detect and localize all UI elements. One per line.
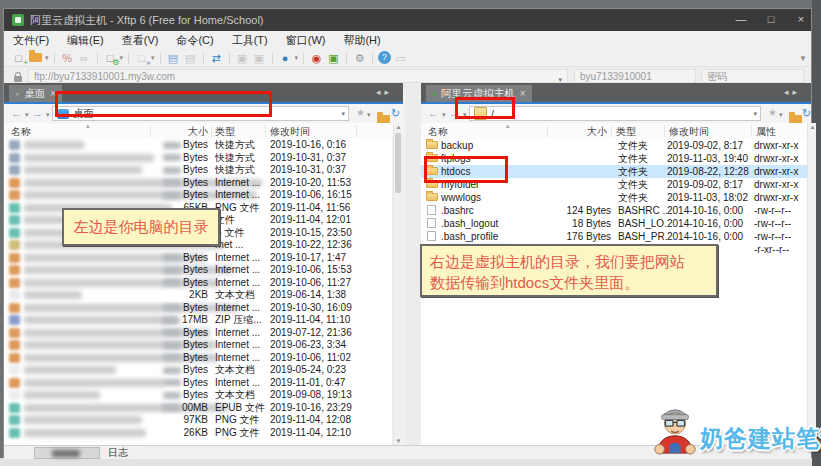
file-row[interactable]: BytesInternet ...2019-06-23, 3:34 <box>4 339 392 352</box>
file-row[interactable]: 00MBEPUB 文件2019-10-16, 23:29 <box>4 402 392 415</box>
file-row[interactable]: BytesInternet ...2019-10-06, 16:15 <box>4 189 392 202</box>
new-session-icon[interactable]: □+ <box>11 51 26 65</box>
maximize-button[interactable]: □ <box>757 9 785 30</box>
file-row[interactable]: BytesInternet ...2019-10-20, 11:53 <box>4 177 392 190</box>
right-favorites-dropdown-icon[interactable]: ▾ <box>779 111 783 119</box>
toolbar-separator <box>160 52 161 64</box>
right-path-dropdown-icon[interactable]: ▾ <box>753 110 757 118</box>
right-back-icon[interactable]: ← <box>428 107 439 119</box>
file-row[interactable]: Bytes快捷方式2019-10-16, 0:16 <box>4 139 392 152</box>
file-row[interactable]: BytesInternet ...2019-10-17, 1:47 <box>4 252 392 265</box>
file-row[interactable]: 17MBZIP 压缩...2019-11-04, 11:10 <box>4 314 392 327</box>
file-row[interactable]: BytesInternet ...2019-10-06, 11:02 <box>4 352 392 365</box>
menu-item-3[interactable]: 命令(C) <box>167 33 222 48</box>
left-back-dropdown-icon[interactable]: ▾ <box>25 111 29 119</box>
globe-icon-dropdown[interactable]: ▾ <box>295 54 299 62</box>
left-back-icon[interactable]: ← <box>11 107 22 119</box>
left-scrollbar[interactable]: ▲ ▼ <box>393 123 402 445</box>
paste-icon[interactable]: ▣ <box>252 51 267 65</box>
left-path-dropdown-icon[interactable]: ▾ <box>341 110 345 118</box>
left-forward-icon[interactable]: → <box>32 107 43 119</box>
file-row[interactable]: BytesInternet ...2019-11-01, 0:47 <box>4 377 392 390</box>
file-row[interactable]: BytesInternet ...2019-10-06, 15:53 <box>4 264 392 277</box>
left-forward-dropdown-icon[interactable]: ▾ <box>46 111 50 119</box>
scroll-up-icon[interactable]: ▲ <box>394 124 403 130</box>
right-col-name[interactable]: 名称 <box>428 125 448 139</box>
menu-item-1[interactable]: 编辑(E) <box>58 33 113 48</box>
right-col-attr[interactable]: 属性 <box>756 125 776 139</box>
right-favorites-icon[interactable]: ★ <box>768 107 777 118</box>
right-scrollbar[interactable]: ▲ ▼ <box>807 123 816 445</box>
annotation-note-left: 左边是你电脑的目录 <box>62 208 220 246</box>
right-col-type[interactable]: 类型 <box>616 125 636 139</box>
file-row[interactable]: .bash_profile176 BytesBASH_PR...2014-10-… <box>421 230 807 243</box>
transfer-disabled-icon[interactable]: ▤ <box>183 51 198 65</box>
right-back-dropdown-icon[interactable]: ▾ <box>442 111 446 119</box>
left-col-type[interactable]: 类型 <box>215 125 235 139</box>
session-properties-icon[interactable]: □⚙ <box>103 51 118 65</box>
file-row[interactable]: .bash_logout18 BytesBASH_LO...2014-10-16… <box>421 217 807 230</box>
xshell-icon[interactable]: ◉ <box>309 51 324 65</box>
toolbar-separator <box>128 52 129 64</box>
sync-browsing-icon[interactable]: ⇄ <box>209 51 224 65</box>
file-row[interactable]: Bytes文本文档2019-05-24, 0:23 <box>4 364 392 377</box>
file-date: 2019-10-15, 23:50 <box>270 227 370 240</box>
new-transfer-icon[interactable]: ▤ <box>166 51 181 65</box>
left-refresh-icon[interactable]: ↻ <box>391 107 400 120</box>
host-dropdown-icon[interactable]: ▾ <box>558 73 562 83</box>
disconnect-icon[interactable]: % <box>60 51 75 65</box>
file-row[interactable]: 2KB文本文档2019-06-14, 1:38 <box>4 289 392 302</box>
reconnect-icon[interactable]: ∞ <box>77 51 92 65</box>
file-row[interactable]: BytesInternet ...2019-10-06, 11:27 <box>4 277 392 290</box>
toolbar-overflow-icon[interactable]: ▼ <box>799 54 807 63</box>
username-input[interactable]: byu7133910001 <box>574 69 696 83</box>
file-row[interactable]: BytesInternet ...2019-10-30, 16:09 <box>4 302 392 315</box>
globe-icon[interactable]: ● <box>278 51 293 65</box>
file-row[interactable]: Bytes文本文档2019-09-08, 19:13 <box>4 389 392 402</box>
settings-gear-icon[interactable]: ⚙ <box>352 51 367 65</box>
menu-item-4[interactable]: 工具(T) <box>223 33 277 48</box>
open-session-icon-dropdown[interactable]: ▾ <box>45 54 49 62</box>
menu-item-6[interactable]: 帮助(H) <box>334 33 389 48</box>
file-date: 2019-10-16, 0:16 <box>270 139 370 152</box>
file-row[interactable]: wwwlogs文件夹2019-11-03, 18:02drwxr-xr-x <box>421 191 807 204</box>
file-row[interactable]: BytesInternet ...2019-07-12, 21:36 <box>4 327 392 340</box>
left-col-date[interactable]: 修改时间 <box>270 125 310 139</box>
transfer-tab[interactable] <box>34 447 100 459</box>
file-row[interactable]: backup文件夹2019-09-02, 8:17drwxr-xr-x <box>421 139 807 152</box>
left-col-size[interactable]: 大小 <box>154 125 208 139</box>
open-session-icon[interactable] <box>29 53 42 62</box>
menu-item-0[interactable]: 文件(F) <box>4 33 58 48</box>
file-row[interactable]: Bytes快捷方式2019-10-31, 0:37 <box>4 164 392 177</box>
open-terminal-icon[interactable]: □▸ <box>134 51 149 65</box>
xmanager-icon[interactable]: ▣ <box>326 51 341 65</box>
feedback-icon[interactable]: ▭ <box>393 51 408 65</box>
file-row[interactable]: 97KBPNG 文件2019-11-04, 12:08 <box>4 414 392 427</box>
file-row[interactable]: .bashrc124 BytesBASHRC ...2014-10-16, 0:… <box>421 204 807 217</box>
copy-icon[interactable]: ▣ <box>235 51 250 65</box>
right-col-date[interactable]: 修改时间 <box>669 125 709 139</box>
scroll-down-icon[interactable]: ▼ <box>394 438 403 444</box>
left-col-name[interactable]: 名称 <box>11 125 31 139</box>
file-row[interactable]: 26KBPNG 文件2019-11-04, 12:10 <box>4 427 392 440</box>
help-icon[interactable]: ? <box>378 51 391 64</box>
right-tab-close-icon[interactable]: × <box>520 85 526 102</box>
password-input[interactable]: 密码 <box>701 69 804 83</box>
menu-item-5[interactable]: 窗口(W) <box>277 33 335 48</box>
file-row[interactable]: Bytes快捷方式2019-10-31, 0:37 <box>4 152 392 165</box>
session-properties-icon-dropdown[interactable]: ▾ <box>120 54 124 62</box>
right-tab-scroll-icons[interactable]: ◂▸ <box>784 87 801 97</box>
right-refresh-icon[interactable]: ↻ <box>802 107 811 120</box>
left-tab-scroll-icons[interactable]: ◂▸ <box>376 87 393 97</box>
menu-item-2[interactable]: 查看(V) <box>113 33 168 48</box>
left-scroll-thumb[interactable] <box>395 133 401 193</box>
right-col-size[interactable]: 大小 <box>551 125 607 139</box>
scroll-up-icon[interactable]: ▲ <box>808 124 817 130</box>
close-button[interactable]: × <box>787 9 815 30</box>
left-favorites-dropdown-icon[interactable]: ▾ <box>367 111 371 119</box>
left-favorites-icon[interactable]: ★ <box>356 107 365 118</box>
log-tab[interactable]: 日志 <box>108 446 128 459</box>
host-address-input[interactable]: ftp://byu7133910001.my3w.com ▾ <box>28 69 568 83</box>
minimize-button[interactable]: — <box>727 9 755 30</box>
open-terminal-icon-dropdown[interactable]: ▾ <box>151 54 155 62</box>
